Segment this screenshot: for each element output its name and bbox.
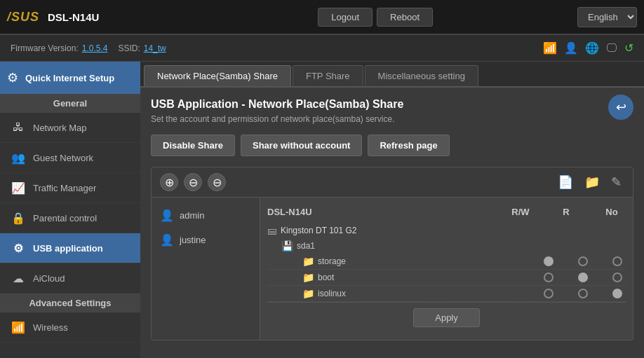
col-no-header: No: [601, 207, 622, 217]
drive-name: Kingston DT 101 G2: [281, 226, 357, 235]
asus-logo: /SUS: [7, 10, 39, 25]
firmware-version-link[interactable]: 1.0.5.4: [82, 43, 108, 53]
user-icon-admin: 👤: [160, 209, 174, 222]
toolbar-right: 📄 📁 ✎: [555, 173, 624, 191]
sidebar: ⚙ Quick Internet Setup General 🖧 Network…: [0, 62, 140, 358]
drive-row: 🖴 Kingston DT 101 G2: [267, 223, 626, 238]
user-list: 👤 admin 👤 justine: [152, 198, 260, 340]
add-folder-icon[interactable]: 📄: [555, 173, 576, 191]
radio-r-boot[interactable]: [578, 273, 588, 282]
block-user-button[interactable]: ⊖: [208, 173, 226, 191]
folder-name-storage: storage: [318, 256, 540, 266]
folder-icon-storage: 📁: [302, 256, 314, 267]
file-tree: DSL-N14U R/W R No 🖴 Kingston DT 101 G2: [260, 198, 633, 340]
add-user-button[interactable]: ⊕: [160, 173, 178, 191]
reboot-button[interactable]: Reboot: [377, 8, 433, 27]
folder-icon-boot: 📁: [302, 272, 314, 283]
panel-body: 👤 admin 👤 justine DSL-N14U: [152, 198, 633, 340]
radio-no-storage[interactable]: [612, 256, 622, 266]
tab-network-place[interactable]: Network Place(Samba) Share: [144, 65, 291, 86]
radio-rw-isolinux[interactable]: [544, 289, 554, 298]
radio-no-boot[interactable]: [612, 273, 622, 282]
content-area: Network Place(Samba) Share FTP Share Mis…: [140, 62, 644, 358]
radio-r-storage[interactable]: [578, 256, 588, 266]
apply-button[interactable]: Apply: [413, 308, 480, 327]
folder-row-isolinux: 📁 isolinux: [267, 286, 626, 302]
usb-icon: ↺: [624, 41, 633, 55]
sidebar-item-aicloud-label: AiCloud: [33, 273, 65, 284]
tab-bar: Network Place(Samba) Share FTP Share Mis…: [140, 62, 644, 88]
share-without-account-button[interactable]: Share without account: [241, 135, 362, 156]
network-map-icon: 🖧: [11, 120, 26, 135]
partition-icon: 💾: [281, 240, 293, 252]
main-layout: ⚙ Quick Internet Setup General 🖧 Network…: [0, 62, 644, 358]
aicloud-icon: ☁: [11, 270, 26, 286]
tab-ftp-share[interactable]: FTP Share: [293, 65, 363, 86]
sidebar-item-wireless-label: Wireless: [33, 322, 68, 333]
radio-rw-boot[interactable]: [544, 273, 554, 282]
edit-icon[interactable]: ✎: [608, 173, 624, 191]
col-r-header: R: [556, 207, 577, 217]
guest-network-icon: 👥: [11, 150, 26, 165]
hdd-icon: 🖴: [267, 225, 277, 236]
action-buttons: Disable Share Share without account Refr…: [151, 135, 633, 156]
sidebar-item-wireless[interactable]: 📶 Wireless: [0, 312, 140, 343]
toolbar-left: ⊕ ⊖ ⊖: [160, 173, 226, 191]
device-name: DSL-N14U: [267, 207, 312, 217]
back-button[interactable]: ↩: [608, 95, 633, 120]
logout-button[interactable]: Logout: [318, 8, 373, 27]
col-rw-header: R/W: [510, 207, 531, 217]
sidebar-item-parental-control[interactable]: 🔒 Parental control: [0, 203, 140, 233]
user-item-justine[interactable]: 👤 justine: [152, 228, 260, 252]
sidebar-item-usb-application[interactable]: ⚙ USB application: [0, 233, 140, 263]
radio-group-boot: [544, 273, 626, 282]
sidebar-item-guest-network[interactable]: 👥 Guest Network: [0, 143, 140, 173]
sidebar-item-aicloud[interactable]: ☁ AiCloud: [0, 263, 140, 294]
folder-row-storage: 📁 storage: [267, 254, 626, 270]
quick-setup-icon: ⚙: [7, 70, 18, 85]
partition-row: 💾 sda1: [267, 238, 626, 254]
radio-r-isolinux[interactable]: [578, 289, 588, 298]
partition-name: sda1: [297, 241, 315, 251]
remove-user-button[interactable]: ⊖: [184, 173, 202, 191]
parental-control-icon: 🔒: [11, 210, 26, 226]
sidebar-item-parental-control-label: Parental control: [33, 213, 97, 223]
firmware-label: Firmware Version:: [11, 43, 79, 53]
file-tree-header: DSL-N14U R/W R No: [267, 205, 626, 223]
person-icon: 👤: [564, 41, 578, 55]
header-buttons: Logout Reboot English: [318, 7, 637, 27]
radio-group-isolinux: [544, 289, 626, 298]
model-name: DSL-N14U: [48, 11, 99, 23]
sidebar-item-usb-application-label: USB application: [33, 243, 103, 254]
sidebar-item-network-map[interactable]: 🖧 Network Map: [0, 113, 140, 143]
panel-toolbar: ⊕ ⊖ ⊖ 📄 📁 ✎: [152, 167, 633, 198]
title-area: USB Application - Network Place(Samba) S…: [151, 98, 403, 135]
main-panel: ⊕ ⊖ ⊖ 📄 📁 ✎ 👤: [151, 167, 633, 340]
folder-name-isolinux: isolinux: [318, 289, 540, 298]
logo-area: /SUS DSL-N14U: [7, 10, 318, 25]
sidebar-advanced-title: Advanced Settings: [0, 294, 140, 312]
sidebar-item-traffic-manager[interactable]: 📈 Traffic Manager: [0, 173, 140, 203]
user-item-admin[interactable]: 👤 admin: [152, 203, 260, 228]
ssid-value-link[interactable]: 14_tw: [144, 43, 166, 53]
user-name-admin: admin: [180, 210, 204, 221]
disable-share-button[interactable]: Disable Share: [151, 135, 235, 156]
page-subtitle: Set the account and permission of networ…: [151, 114, 403, 124]
refresh-page-button[interactable]: Refresh page: [368, 135, 449, 156]
language-select[interactable]: English: [577, 7, 637, 27]
sidebar-item-quick-internet-setup[interactable]: ⚙ Quick Internet Setup: [0, 62, 140, 94]
ssid-label: SSID:: [118, 43, 140, 53]
quick-setup-label: Quick Internet Setup: [25, 73, 114, 83]
wireless-icon: 📶: [11, 319, 26, 335]
folder-icon-isolinux: 📁: [302, 288, 314, 299]
tab-misc-setting[interactable]: Miscellaneous setting: [365, 65, 478, 86]
apply-row: Apply: [267, 302, 626, 333]
radio-no-isolinux[interactable]: [612, 289, 622, 298]
page-title: USB Application - Network Place(Samba) S…: [151, 98, 403, 111]
folder-name-boot: boot: [318, 273, 540, 282]
page-content: USB Application - Network Place(Samba) S…: [140, 88, 644, 351]
radio-rw-storage[interactable]: [544, 256, 554, 266]
sidebar-general-title: General: [0, 94, 140, 113]
folder-icon[interactable]: 📁: [582, 173, 603, 191]
header: /SUS DSL-N14U Logout Reboot English: [0, 0, 644, 35]
